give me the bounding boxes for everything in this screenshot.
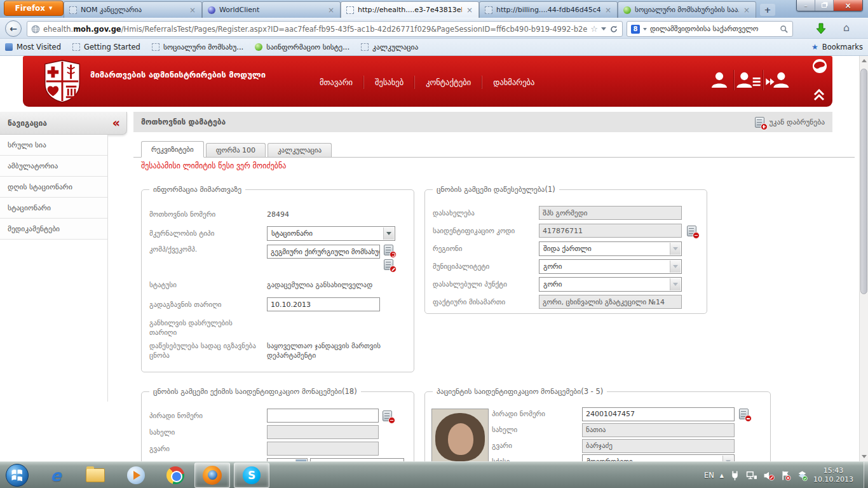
search-engine-icon[interactable]: 8 — [631, 25, 640, 34]
bookmark-getting-started[interactable]: Getting Started — [72, 43, 140, 51]
dropbox-icon[interactable] — [797, 470, 808, 481]
selected-value: სტაციონარი — [271, 229, 313, 238]
sidebar-collapse-button[interactable]: « — [112, 117, 119, 129]
power-plug-icon[interactable] — [729, 470, 740, 481]
input-value: ნათია — [586, 426, 606, 434]
patient-personal-number-input[interactable]: 24001047457 — [582, 407, 735, 421]
url-dropdown-icon[interactable] — [601, 27, 606, 30]
nav-item-help[interactable]: დახმარება — [482, 76, 545, 89]
tab-form-100[interactable]: ფორმა 100 — [206, 143, 266, 157]
treatment-type-select[interactable]: სტაციონარი — [267, 226, 395, 241]
sidebar-item-ambulatory[interactable]: ამბულატორია — [0, 156, 107, 177]
browser-tab[interactable]: NOM კანცელარია × — [64, 1, 202, 18]
scroll-down-button[interactable] — [860, 452, 868, 461]
sex-select[interactable]: მდედრობითი — [582, 454, 735, 461]
field-label: სტატუსი — [149, 280, 267, 290]
sidebar-item-hospital[interactable]: სტაციონარი — [0, 198, 107, 219]
issuer-address-input: გორი, ცხინვალის გზატკეცილი №14 — [539, 295, 682, 309]
go-back-button[interactable]: უკან დაბრუნება — [755, 117, 825, 128]
browser-tab[interactable]: WorldClient × — [202, 1, 341, 18]
volume-muted-icon[interactable] — [763, 470, 775, 481]
bookmark-most-visited[interactable]: Most Visited — [5, 43, 61, 51]
nav-item-contacts[interactable]: კონტაქტები — [414, 76, 482, 89]
minimize-button[interactable]: – — [797, 0, 815, 11]
media-player-icon[interactable] — [126, 465, 146, 485]
collapse-header-icon[interactable] — [813, 89, 825, 104]
tab-close-icon[interactable]: × — [466, 6, 473, 15]
section-issuer-doctor: ცნობის გამცემი ექიმის საიდენტიფიკაციო მო… — [141, 391, 414, 461]
bookmarks-toolbar: Most Visited Getting Started სოციალური მ… — [0, 39, 868, 56]
field-label: კომპ/ქვეკომპ. — [149, 245, 267, 254]
page-header-bar: მოთხოვნის დამატება უკან დაბრუნება — [133, 112, 832, 132]
bookmark-star-icon[interactable]: ☆ — [590, 24, 598, 34]
lookup-refresh-icon[interactable] — [384, 245, 393, 255]
sidebar-item-full-list[interactable]: სრული სია — [0, 135, 107, 156]
firefox-taskbar-button[interactable] — [194, 463, 230, 488]
close-button[interactable]: × — [834, 0, 862, 11]
bookmark-info-system[interactable]: საინფორმაციო სისტე... — [255, 43, 349, 51]
tab-calculation[interactable]: კალკულაცია — [268, 143, 332, 157]
firefox-menu-button[interactable]: Firefox ▼ — [4, 1, 64, 16]
user-list-icon[interactable] — [734, 70, 763, 90]
new-tab-button[interactable]: + — [760, 4, 775, 16]
reload-icon[interactable] — [609, 25, 618, 34]
back-button[interactable]: ← — [5, 20, 22, 37]
tab-close-icon[interactable]: × — [743, 6, 750, 15]
search-input[interactable]: დილამშვიდობისა საქართველო — [650, 25, 776, 33]
tab-title: NOM კანცელარია — [81, 6, 185, 14]
patient-lookup-icon[interactable] — [739, 409, 749, 419]
content-tabs: რეკვიზიტები ფორმა 100 კალკულაცია — [133, 141, 855, 158]
home-icon[interactable]: ⌂ — [843, 22, 850, 34]
field-label: დაწესებულება სადაც იგზავნება ცნობა — [149, 341, 267, 360]
browser-tab-active[interactable]: http://ehealth....e3-7e43813eb2e6 × — [341, 1, 479, 18]
clear-issuer-icon[interactable] — [687, 226, 696, 236]
input-value: გორი, ცხინვალის გზატკეცილი №14 — [543, 298, 665, 306]
bookmark-calculation[interactable]: კალკულაცია — [361, 43, 418, 51]
bookmark-social-service[interactable]: სოციალური მომსახუ... — [152, 43, 243, 51]
restore-button[interactable] — [815, 0, 834, 11]
component-input[interactable]: გეგმიური ქირურგიული მომსახურ — [267, 245, 380, 259]
scroll-up-button[interactable] — [860, 56, 868, 65]
edit-component-icon[interactable] — [384, 259, 393, 270]
page-scrollbar[interactable] — [859, 56, 868, 461]
logout-user-icon[interactable] — [763, 70, 792, 90]
bookmarks-menu-button[interactable]: ★ Bookmarks — [811, 43, 863, 51]
language-indicator[interactable]: EN — [704, 471, 714, 480]
send-date-input[interactable]: 10.10.2013 — [267, 297, 380, 311]
search-engine-dropdown-icon[interactable] — [643, 28, 647, 30]
tab-close-icon[interactable]: × — [189, 6, 196, 15]
browser-tab[interactable]: სოციალური მომსახურების საა... × — [618, 1, 756, 18]
doctor-lookup-icon[interactable] — [383, 410, 392, 421]
doctor-personal-number-input[interactable] — [267, 409, 379, 423]
browser-tab[interactable]: http://billing....44-fdb46d45c493 × — [479, 1, 618, 18]
taskbar-clock[interactable]: 15:43 10.10.2013 — [813, 466, 853, 484]
search-icon[interactable] — [780, 25, 789, 34]
sidebar-item-day-hospital[interactable]: დღის სტაციონარი — [0, 177, 107, 198]
sidebar-item-medicines[interactable]: მედიკამენტები — [0, 219, 107, 240]
action-center-flag-icon[interactable] — [780, 470, 791, 481]
internet-explorer-icon[interactable]: e — [46, 465, 66, 485]
target-institution-value: საყოველთაო ჯანდაცვის მართვის დეპარტამენტ… — [267, 341, 409, 360]
nav-item-home[interactable]: მთავარი — [309, 76, 363, 89]
network-icon[interactable] — [746, 470, 757, 481]
language-globe-icon[interactable] — [812, 58, 827, 76]
chrome-icon[interactable] — [165, 465, 186, 485]
user-profile-icon[interactable] — [705, 70, 733, 90]
tab-requisites[interactable]: რეკვიზიტები — [141, 141, 204, 158]
skype-taskbar-button[interactable]: S — [234, 463, 269, 488]
downloads-icon[interactable] — [815, 22, 827, 35]
tray-expand-icon[interactable]: ▲ — [720, 473, 724, 478]
nav-item-about[interactable]: შესახებ — [363, 76, 414, 89]
tab-close-icon[interactable]: × — [604, 6, 612, 15]
url-bar[interactable]: ehealth.moh.gov.ge/Hmis/ReferralsTest/Pa… — [27, 21, 623, 37]
file-explorer-icon[interactable] — [85, 465, 105, 485]
start-button[interactable] — [5, 463, 29, 487]
field-label: დასახელება — [433, 208, 539, 218]
search-bar[interactable]: 8 დილამშვიდობისა საქართველო — [627, 21, 793, 37]
firefox-icon — [203, 466, 222, 485]
scrollbar-thumb[interactable] — [860, 69, 867, 294]
show-desktop-button[interactable] — [864, 462, 868, 488]
field-label: მოთხოვნის ნომერი — [149, 210, 267, 219]
field-label: გვარი — [492, 441, 582, 451]
tab-close-icon[interactable]: × — [327, 6, 335, 15]
